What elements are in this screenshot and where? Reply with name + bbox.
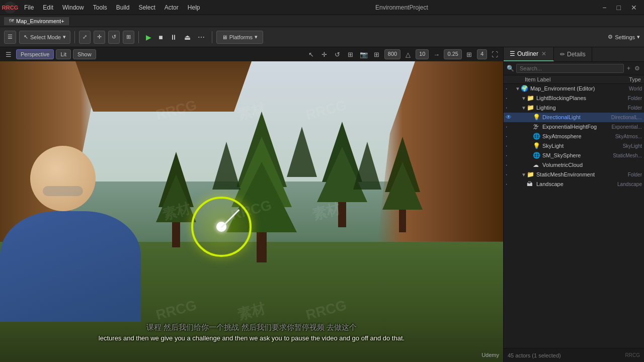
outliner-add-button[interactable]: +	[626, 64, 631, 73]
item-label: DirectionalLight	[542, 114, 602, 120]
vp-rotate-icon[interactable]: ↺	[332, 49, 343, 59]
item-expand-icon[interactable]: ▼	[521, 96, 527, 101]
item-eye-icon[interactable]: ·	[506, 123, 514, 130]
settings-button[interactable]: ⚙ Settings ▾	[608, 34, 640, 40]
vp-grid-value[interactable]: 4	[477, 49, 487, 59]
item-type-label: Folder	[602, 96, 642, 101]
vp-move-icon[interactable]: ✛	[319, 49, 330, 59]
viewport[interactable]: ☰ Perspective Lit Show ↖ ✛ ↺ ⊞ 📷 ⊞ 800 △…	[0, 47, 503, 362]
outliner-tab-close[interactable]: ✕	[540, 50, 547, 57]
vp-grid2-icon[interactable]: ⊞	[464, 49, 475, 59]
outliner-item[interactable]: · 🌫 ExponentialHeightFog Exponential...	[504, 122, 644, 132]
item-eye-icon[interactable]: ·	[506, 152, 514, 159]
item-label: Map_Environment (Editor)	[530, 85, 602, 92]
viewport-hamburger[interactable]: ☰	[3, 49, 14, 59]
outliner-item[interactable]: · ▼ 📁 LightBlockingPlanes Folder	[504, 94, 644, 103]
close-button[interactable]: ✕	[628, 3, 640, 13]
item-eye-icon[interactable]: ·	[506, 85, 514, 92]
item-type-label: Folder	[602, 105, 642, 111]
sun-indicator[interactable]	[191, 197, 252, 257]
search-input[interactable]	[516, 64, 624, 73]
outliner-item[interactable]: · ▼ 📁 Lighting Folder	[504, 103, 644, 113]
outliner-item[interactable]: · 🏔 Landscape Landscape	[504, 179, 644, 189]
settings-gear-icon: ⚙	[608, 34, 613, 40]
menu-edit[interactable]: Edit	[39, 3, 57, 12]
menu-tools[interactable]: Tools	[89, 3, 111, 12]
outliner-item[interactable]: · 🌐 SkyAtmosphere SkyAtmos...	[504, 132, 644, 141]
titlebar: RRCG File Edit Window Tools Build Select…	[0, 0, 644, 15]
item-type-icon: 🌐	[533, 133, 541, 140]
lit-button[interactable]: Lit	[56, 49, 71, 59]
item-type-icon: 🌍	[521, 85, 529, 92]
col-type-header: Type	[601, 76, 641, 82]
pause-button[interactable]: ⏸	[167, 32, 180, 42]
item-eye-icon[interactable]: 👁	[506, 114, 514, 121]
item-eye-icon[interactable]: ·	[506, 133, 514, 140]
scale-button[interactable]: ⊞	[123, 31, 134, 44]
transform-button[interactable]: ⤢	[79, 31, 91, 44]
stop-button[interactable]: ■	[155, 32, 166, 42]
maximize-button[interactable]: □	[614, 3, 624, 13]
item-label: StaticMeshEnvironment	[536, 171, 602, 177]
item-eye-icon[interactable]: ·	[506, 161, 514, 168]
item-expand-icon[interactable]: ▼	[515, 86, 521, 92]
item-eye-icon[interactable]: ·	[506, 142, 514, 149]
outliner-item[interactable]: · ▼ 📁 StaticMeshEnvironment Folder	[504, 170, 644, 179]
vp-angle-value[interactable]: 10	[416, 49, 429, 59]
outliner-settings-button[interactable]: ⚙	[633, 64, 641, 73]
platforms-label: Platforms	[229, 34, 253, 40]
details-tab-label: Details	[567, 51, 586, 58]
item-eye-icon[interactable]: ·	[506, 180, 514, 188]
item-type-icon: 📁	[527, 104, 535, 111]
app-logo: RRCG	[4, 2, 16, 14]
vp-grid-icon[interactable]: ⊞	[371, 49, 382, 59]
perspective-button[interactable]: Perspective	[16, 49, 54, 59]
platforms-button[interactable]: 🖥 Platforms ▾	[216, 31, 263, 44]
outliner-item[interactable]: · ▼ 🌍 Map_Environment (Editor) World	[504, 84, 644, 94]
play-button[interactable]: ▶	[143, 32, 154, 42]
toolbar-menu-button[interactable]: ☰	[4, 31, 16, 44]
item-expand-icon[interactable]: ▼	[521, 172, 527, 177]
outliner-column-header: Item Label Type	[504, 75, 644, 84]
item-eye-icon[interactable]: ·	[506, 95, 514, 102]
item-expand-icon[interactable]: ▼	[521, 105, 527, 111]
menu-window[interactable]: Window	[58, 3, 88, 12]
vp-camera-icon[interactable]: 📷	[358, 49, 369, 59]
vp-select-icon[interactable]: ↖	[306, 49, 317, 59]
titlebar-controls: − □ ✕	[599, 3, 640, 13]
outliner-item[interactable]: · ☁ VolumetricCloud	[504, 160, 644, 170]
vp-scale-icon[interactable]: ⊞	[345, 49, 356, 59]
tab-map-environment[interactable]: 🗺 Map_Environment+	[4, 17, 70, 25]
menu-file[interactable]: File	[20, 3, 38, 12]
col-label-header[interactable]: Item Label	[525, 76, 599, 82]
vp-speed-icon[interactable]: →	[431, 49, 442, 59]
outliner-item[interactable]: · 💡 SkyLight SkyLight	[504, 141, 644, 151]
menu-select[interactable]: Select	[134, 3, 159, 12]
titlebar-left: RRCG File Edit Window Tools Build Select…	[4, 2, 204, 14]
eject-button[interactable]: ⏏	[181, 32, 194, 42]
outliner-item[interactable]: · 🌐 SM_SkySphere StaticMesh...	[504, 151, 644, 160]
select-mode-button[interactable]: ↖ Select Mode ▾	[19, 31, 70, 44]
item-eye-icon[interactable]: ·	[506, 171, 514, 178]
tab-details[interactable]: ✏ Details	[554, 47, 592, 61]
vp-fullscreen-icon[interactable]: ⛶	[489, 49, 500, 59]
more-button[interactable]: ⋯	[195, 32, 208, 42]
move-button[interactable]: ✛	[94, 31, 105, 44]
minimize-button[interactable]: −	[599, 3, 609, 13]
menu-help[interactable]: Help	[184, 3, 204, 12]
vp-fov-value[interactable]: 800	[384, 49, 400, 59]
cursor-icon: ↖	[24, 34, 28, 40]
item-type-label: SkyAtmos...	[602, 134, 642, 139]
item-label: SkyAtmosphere	[542, 133, 602, 139]
outliner-item[interactable]: 👁 💡 DirectionalLight DirectionalL...	[504, 113, 644, 122]
item-label: VolumetricCloud	[542, 162, 602, 168]
vp-angle-icon[interactable]: △	[403, 49, 414, 59]
show-button[interactable]: Show	[73, 49, 96, 59]
item-eye-icon[interactable]: ·	[506, 104, 514, 111]
rotate-button[interactable]: ↺	[108, 31, 120, 44]
item-type-label: SkyLight	[602, 143, 642, 149]
vp-scale-value[interactable]: 0.25	[444, 49, 461, 59]
tab-outliner[interactable]: ☰ Outliner ✕	[504, 47, 554, 61]
menu-build[interactable]: Build	[112, 3, 134, 12]
menu-actor[interactable]: Actor	[160, 3, 183, 12]
